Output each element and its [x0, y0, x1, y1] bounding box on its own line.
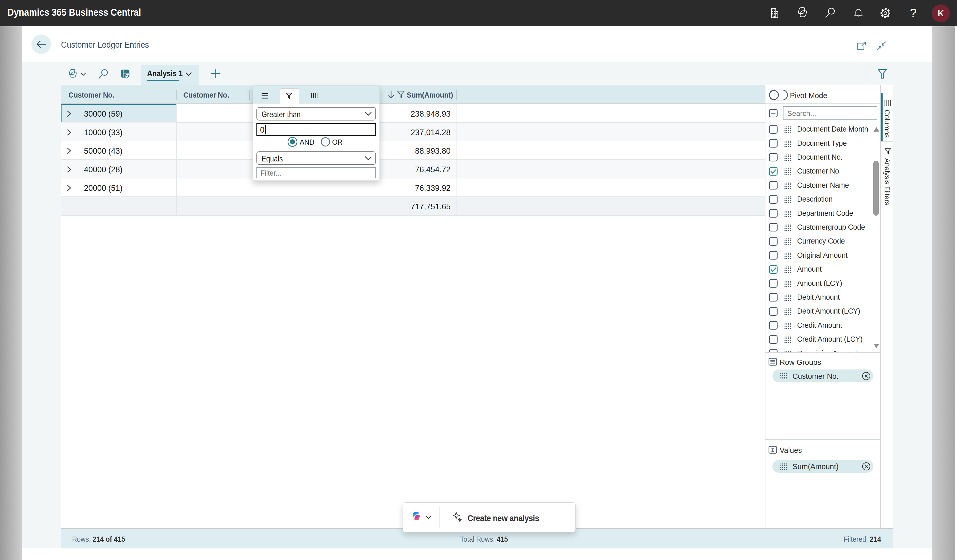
svg-text:Σ: Σ	[771, 447, 774, 453]
